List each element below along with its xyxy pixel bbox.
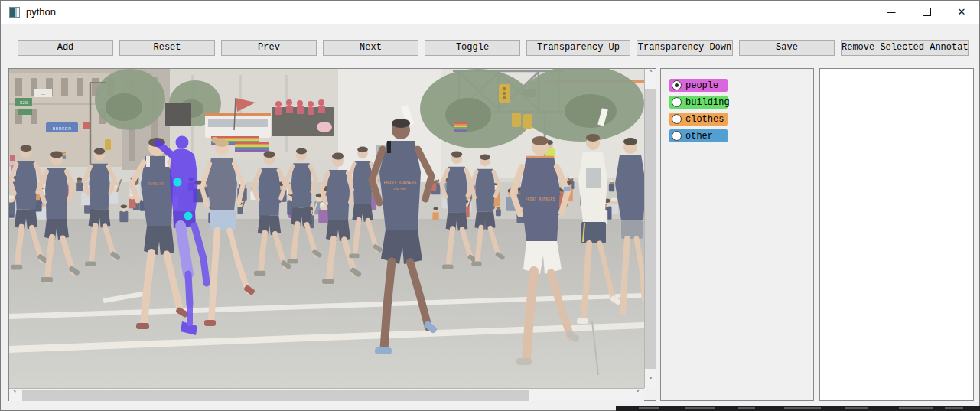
radio-icon[interactable] bbox=[672, 131, 682, 141]
vertical-scrollbar-thumb[interactable] bbox=[645, 89, 656, 369]
annotation-listbox[interactable] bbox=[819, 68, 974, 401]
radio-icon[interactable] bbox=[672, 114, 682, 124]
app-window: python ─ ✕ Add Reset Prev Next Toggle Tr… bbox=[0, 0, 980, 411]
vertical-scrollbar[interactable]: ˄ ˅ bbox=[644, 69, 656, 388]
class-option-people[interactable]: people bbox=[669, 79, 728, 92]
add-button[interactable]: Add bbox=[18, 40, 113, 56]
annotation-point[interactable] bbox=[174, 178, 182, 187]
title-bar: python ─ ✕ bbox=[1, 1, 979, 24]
remove-selected-annotations-button[interactable]: Remove Selected Annotations bbox=[841, 40, 969, 56]
close-icon: ✕ bbox=[958, 6, 966, 18]
class-option-building[interactable]: building bbox=[669, 96, 728, 109]
maximize-button[interactable] bbox=[909, 1, 944, 24]
scroll-left-icon[interactable]: ˂ bbox=[9, 389, 21, 400]
minimize-button[interactable]: ─ bbox=[874, 1, 909, 24]
transparency-down-button[interactable]: Transparency Down bbox=[637, 40, 733, 56]
scroll-up-icon[interactable]: ˄ bbox=[645, 69, 656, 80]
app-icon bbox=[9, 7, 20, 18]
class-option-clothes[interactable]: clothes bbox=[669, 113, 728, 126]
minimize-icon: ─ bbox=[887, 5, 896, 18]
class-label: building bbox=[685, 97, 730, 108]
scroll-right-icon[interactable]: ˃ bbox=[632, 389, 643, 400]
maximize-icon bbox=[923, 8, 931, 16]
taskbar-sliver bbox=[616, 406, 980, 411]
prev-button[interactable]: Prev bbox=[221, 40, 317, 56]
window-title: python bbox=[26, 1, 56, 24]
class-label: other bbox=[685, 131, 713, 142]
toolbar: Add Reset Prev Next Toggle Transparency … bbox=[18, 40, 969, 56]
close-button[interactable]: ✕ bbox=[944, 1, 979, 24]
annotation-point[interactable] bbox=[184, 212, 193, 220]
canvas-frame: BURGER 320 → bbox=[8, 68, 656, 401]
transparency-up-button[interactable]: Transparency Up bbox=[526, 40, 630, 56]
horizontal-scrollbar-thumb[interactable] bbox=[22, 390, 529, 401]
class-option-other[interactable]: other bbox=[669, 129, 728, 142]
radio-icon[interactable] bbox=[672, 97, 682, 107]
class-label: clothes bbox=[685, 114, 724, 125]
annotation-list bbox=[820, 69, 973, 72]
image-canvas[interactable]: BURGER 320 → bbox=[9, 69, 644, 388]
save-button[interactable]: Save bbox=[739, 40, 835, 56]
class-selector-panel: people building clothes other bbox=[660, 68, 814, 401]
next-button[interactable]: Next bbox=[323, 40, 418, 56]
horizontal-scrollbar[interactable]: ˂ ˃ bbox=[9, 388, 644, 401]
scrollbar-corner bbox=[644, 388, 656, 400]
radio-icon[interactable] bbox=[672, 80, 682, 90]
reset-button[interactable]: Reset bbox=[119, 40, 215, 56]
scroll-down-icon[interactable]: ˅ bbox=[645, 376, 656, 387]
class-label: people bbox=[685, 80, 718, 91]
transparency-haze bbox=[9, 69, 644, 388]
toggle-button[interactable]: Toggle bbox=[425, 40, 520, 56]
